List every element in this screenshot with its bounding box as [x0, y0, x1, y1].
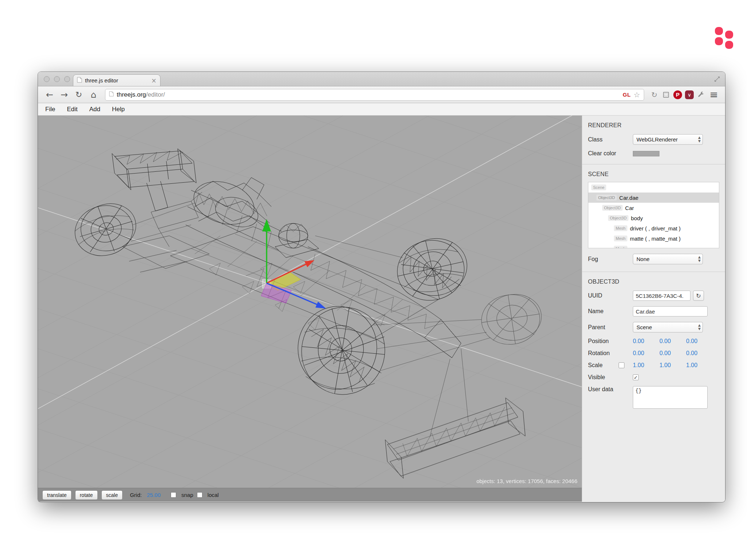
url-text: threejs.org/editor/ — [117, 91, 165, 98]
clear-color-label: Clear color — [588, 150, 633, 157]
rotation-y-field[interactable]: 0.00 — [659, 350, 686, 357]
tab-title: three.js editor — [85, 77, 148, 83]
outliner-item-scene[interactable]: Scene — [588, 182, 719, 192]
scale-label: Scale — [588, 362, 619, 369]
local-label: local — [208, 492, 219, 498]
resize-arrows-icon[interactable] — [713, 75, 721, 83]
browser-toolbar: ← → ↻ ⌂ threejs.org/editor/ GL ☆ ↻ P ∨ ≡ — [38, 86, 725, 103]
renderer-class-label: Class — [588, 136, 633, 143]
user-data-label: User data — [588, 386, 633, 393]
scale-y-field[interactable]: 1.00 — [659, 362, 686, 369]
name-label: Name — [588, 308, 633, 315]
crop-extension-icon[interactable] — [661, 90, 671, 100]
fog-label: Fog — [588, 256, 633, 262]
tab-strip: three.js editor × — [38, 72, 725, 86]
parent-select[interactable]: Scene ▲▼ — [633, 322, 703, 332]
url-host: threejs.org — [117, 91, 146, 98]
home-icon[interactable]: ⌂ — [87, 90, 100, 99]
wrench-icon[interactable] — [696, 90, 706, 100]
grid-label: Grid: — [130, 492, 142, 498]
window-controls — [44, 76, 70, 82]
tab-close-icon[interactable]: × — [151, 77, 156, 84]
scene-outliner: Scene Object3D Car.dae Object3D Car Obje… — [588, 182, 719, 248]
scene-stats: objects: 13, vertices: 17056, faces: 204… — [476, 478, 577, 484]
scale-x-field[interactable]: 1.00 — [633, 362, 659, 369]
outliner-item-body[interactable]: Object3D body — [588, 213, 719, 223]
grid-size-value[interactable]: 25.00 — [147, 492, 161, 498]
clear-color-swatch[interactable] — [633, 151, 659, 156]
outliner-item-clipped[interactable]: Mesh — [588, 244, 719, 248]
menu-help[interactable]: Help — [112, 106, 125, 113]
gl-page-action-badge[interactable]: GL — [623, 92, 631, 98]
position-y-field[interactable]: 0.00 — [659, 338, 686, 345]
reload-icon[interactable]: ↻ — [72, 91, 85, 99]
menu-edit[interactable]: Edit — [67, 106, 77, 113]
outliner-item-cardae[interactable]: Object3D Car.dae — [588, 192, 719, 203]
stepper-icon: ▲▼ — [698, 323, 701, 331]
position-label: Position — [588, 338, 633, 345]
page-icon — [109, 91, 114, 98]
browser-window: three.js editor × ← → ↻ ⌂ threejs.org/ed… — [38, 72, 725, 502]
object3d-section-title: OBJECT3D — [588, 279, 719, 285]
sidebar: RENDERER Class WebGLRenderer ▲▼ Clear co… — [582, 116, 725, 502]
scale-z-field[interactable]: 1.00 — [686, 362, 713, 369]
minimize-window-button[interactable] — [54, 76, 60, 82]
stepper-icon: ▲▼ — [698, 136, 701, 143]
name-field[interactable] — [633, 306, 708, 316]
viewport: objects: 13, vertices: 17056, faces: 204… — [38, 116, 582, 502]
outliner-item-matte[interactable]: Mesh matte ( , matte_mat ) — [588, 233, 719, 244]
editor-content: objects: 13, vertices: 17056, faces: 204… — [38, 116, 725, 502]
outliner-item-car[interactable]: Object3D Car — [588, 203, 719, 213]
viewport-canvas[interactable] — [38, 116, 582, 488]
zoom-window-button[interactable] — [64, 76, 70, 82]
visible-checkbox[interactable]: ✓ — [633, 374, 639, 380]
browser-menu-icon[interactable]: ≡ — [708, 89, 720, 101]
forward-icon[interactable]: → — [58, 90, 71, 99]
rotation-label: Rotation — [588, 350, 633, 357]
user-data-textarea[interactable]: {} — [633, 386, 708, 409]
rotation-z-field[interactable]: 0.00 — [686, 350, 713, 357]
visible-label: Visible — [588, 374, 633, 381]
clover-logo-icon — [713, 26, 735, 50]
pinterest-icon[interactable]: P — [673, 90, 683, 100]
scene-section: SCENE Scene Object3D Car.dae Object3D Ca… — [582, 164, 725, 272]
uuid-field[interactable] — [633, 291, 690, 301]
editor-menubar: File Edit Add Help — [38, 103, 725, 116]
stepper-icon: ▲▼ — [698, 255, 701, 262]
snap-label: snap — [181, 492, 193, 498]
url-path: /editor/ — [146, 91, 165, 98]
pocket-icon[interactable]: ∨ — [684, 90, 694, 100]
rotate-button[interactable]: rotate — [75, 490, 98, 500]
parent-label: Parent — [588, 324, 633, 331]
bookmark-star-icon[interactable]: ☆ — [634, 90, 640, 99]
position-x-field[interactable]: 0.00 — [633, 338, 659, 345]
uuid-label: UUID — [588, 292, 633, 299]
fog-select[interactable]: None ▲▼ — [633, 254, 703, 264]
translate-button[interactable]: translate — [42, 490, 71, 500]
back-icon[interactable]: ← — [43, 90, 56, 99]
viewport-toolbar: translate rotate scale Grid: 25.00 snap … — [38, 488, 582, 502]
renderer-section-title: RENDERER — [588, 122, 719, 129]
uuid-refresh-button[interactable]: ↻ — [693, 291, 704, 301]
page-icon — [77, 77, 82, 84]
renderer-class-select[interactable]: WebGLRenderer ▲▼ — [633, 134, 703, 145]
close-window-button[interactable] — [44, 76, 50, 82]
brand-logo — [713, 26, 735, 50]
sync-extension-icon[interactable]: ↻ — [649, 90, 659, 100]
local-checkbox[interactable] — [197, 492, 202, 498]
address-bar[interactable]: threejs.org/editor/ GL ☆ — [105, 89, 644, 101]
browser-tab[interactable]: three.js editor × — [73, 74, 160, 86]
outliner-item-driver[interactable]: Mesh driver ( , driver_mat ) — [588, 223, 719, 233]
position-z-field[interactable]: 0.00 — [686, 338, 713, 345]
object3d-section: OBJECT3D UUID ↻ Name Parent Scene ▲▼ — [582, 272, 725, 416]
rotation-x-field[interactable]: 0.00 — [633, 350, 659, 357]
scale-button[interactable]: scale — [101, 490, 123, 500]
menu-add[interactable]: Add — [89, 106, 100, 113]
menu-file[interactable]: File — [45, 106, 55, 113]
scale-lock-checkbox[interactable] — [619, 362, 624, 368]
scene-section-title: SCENE — [588, 171, 719, 178]
snap-checkbox[interactable] — [171, 492, 176, 498]
renderer-section: RENDERER Class WebGLRenderer ▲▼ Clear co… — [582, 116, 725, 164]
